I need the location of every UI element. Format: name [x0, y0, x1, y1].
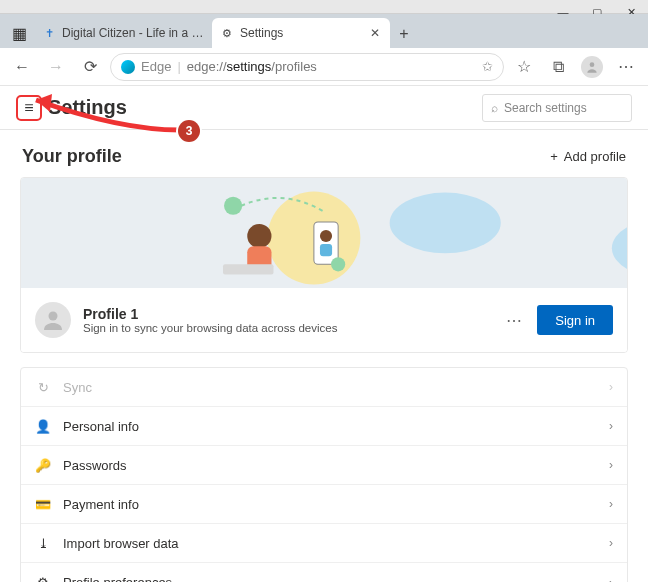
address-bar[interactable]: Edge | edge://settings/profiles ✩	[110, 53, 504, 81]
row-label: Import browser data	[63, 536, 597, 551]
row-label: Profile preferences	[63, 575, 597, 582]
profile-avatar	[35, 302, 71, 338]
profile-avatar-button[interactable]	[578, 53, 606, 81]
new-tab-button[interactable]: +	[390, 20, 418, 48]
search-icon: ⌕	[491, 101, 498, 115]
row-payment-info[interactable]: 💳 Payment info ›	[21, 485, 627, 524]
tab-title: Settings	[240, 26, 362, 40]
card-icon: 💳	[35, 497, 51, 512]
gear-icon: ⚙	[35, 575, 51, 582]
favicon-cross-icon: ✝	[42, 26, 56, 40]
settings-menu-button[interactable]: ≡	[16, 95, 42, 121]
search-settings-input[interactable]: ⌕ Search settings	[482, 94, 632, 122]
search-placeholder: Search settings	[504, 101, 587, 115]
key-icon: 🔑	[35, 458, 51, 473]
tab-strip: ▦ ✝ Digital Citizen - Life in a digital …	[0, 14, 648, 48]
row-label: Personal info	[63, 419, 597, 434]
row-sync: ↻ Sync ›	[21, 368, 627, 407]
svg-point-4	[224, 197, 242, 215]
row-import-browser-data[interactable]: ⤓ Import browser data ›	[21, 524, 627, 563]
tab-digital-citizen[interactable]: ✝ Digital Citizen - Life in a digital w	[34, 18, 212, 48]
svg-rect-10	[320, 244, 332, 256]
edge-label: Edge	[141, 59, 171, 74]
edge-logo-icon	[121, 60, 135, 74]
tab-actions-button[interactable]: ▦	[4, 18, 34, 48]
row-label: Passwords	[63, 458, 597, 473]
back-button[interactable]: ←	[8, 53, 36, 81]
avatar-icon	[581, 56, 603, 78]
hamburger-icon: ≡	[24, 99, 33, 117]
page-header: ≡ Settings ⌕ Search settings	[0, 86, 648, 130]
profile-hero: Profile 1 Sign in to sync your browsing …	[20, 177, 628, 353]
collections-button[interactable]: ⧉	[544, 53, 572, 81]
address-text: edge://settings/profiles	[187, 59, 476, 74]
favorites-button[interactable]: ☆	[510, 53, 538, 81]
refresh-button[interactable]: ⟳	[76, 53, 104, 81]
section-title: Your profile	[22, 146, 122, 167]
chevron-right-icon: ›	[609, 458, 613, 472]
hero-illustration	[21, 178, 627, 288]
plus-icon: +	[550, 149, 558, 164]
row-profile-preferences[interactable]: ⚙ Profile preferences ›	[21, 563, 627, 582]
row-passwords[interactable]: 🔑 Passwords ›	[21, 446, 627, 485]
profile-hint: Sign in to sync your browsing data acros…	[83, 322, 337, 334]
person-icon: 👤	[35, 419, 51, 434]
svg-rect-7	[223, 264, 274, 274]
tab-title: Digital Citizen - Life in a digital w	[62, 26, 204, 40]
chevron-right-icon: ›	[609, 536, 613, 550]
tab-close-icon[interactable]: ✕	[368, 26, 382, 40]
import-icon: ⤓	[35, 536, 51, 551]
favicon-gear-icon: ⚙	[220, 26, 234, 40]
svg-point-2	[390, 193, 501, 254]
svg-point-9	[320, 230, 332, 242]
row-personal-info[interactable]: 👤 Personal info ›	[21, 407, 627, 446]
chevron-right-icon: ›	[609, 576, 613, 583]
profile-more-button[interactable]: ⋯	[506, 311, 523, 330]
chevron-right-icon: ›	[609, 380, 613, 394]
profile-name: Profile 1	[83, 306, 337, 322]
svg-rect-8	[314, 222, 338, 264]
toolbar: ← → ⟳ Edge | edge://settings/profiles ✩ …	[0, 48, 648, 86]
forward-button: →	[42, 53, 70, 81]
svg-point-0	[590, 62, 595, 67]
sync-icon: ↻	[35, 380, 51, 395]
svg-point-11	[331, 257, 345, 271]
sign-in-button[interactable]: Sign in	[537, 305, 613, 335]
row-label: Sync	[63, 380, 597, 395]
app-menu-button[interactable]: ⋯	[612, 53, 640, 81]
svg-point-5	[247, 224, 271, 248]
profile-text: Profile 1 Sign in to sync your browsing …	[83, 306, 337, 334]
profile-options-list: ↻ Sync › 👤 Personal info › 🔑 Passwords ›…	[20, 367, 628, 582]
chevron-right-icon: ›	[609, 497, 613, 511]
add-profile-label: Add profile	[564, 149, 626, 164]
content-area: Your profile + Add profile	[0, 130, 648, 582]
row-label: Payment info	[63, 497, 597, 512]
tab-actions-icon: ▦	[12, 24, 27, 43]
svg-point-12	[49, 312, 58, 321]
add-profile-button[interactable]: + Add profile	[550, 149, 626, 164]
tab-settings[interactable]: ⚙ Settings ✕	[212, 18, 390, 48]
svg-point-3	[612, 218, 627, 279]
page-title: Settings	[48, 96, 127, 119]
chevron-right-icon: ›	[609, 419, 613, 433]
read-aloud-icon[interactable]: ✩	[482, 59, 493, 74]
